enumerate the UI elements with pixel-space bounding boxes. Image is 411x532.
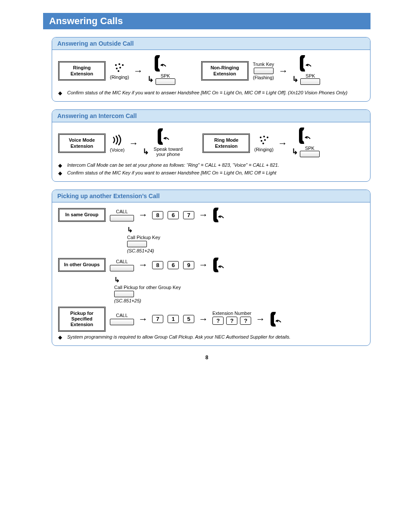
- sc24-label: (SC.851+24): [127, 248, 154, 253]
- section-intercom-header: Answering an Intercom Call: [52, 110, 370, 122]
- voice-mode-box: Voice Mode Extension: [58, 134, 106, 152]
- svg-point-4: [119, 67, 121, 68]
- ringing-label: (Ringing): [110, 75, 129, 80]
- page-number: 8: [43, 355, 371, 361]
- handset-icon: [212, 257, 225, 273]
- trunk-key-button[interactable]: [254, 68, 274, 74]
- digit-key[interactable]: 6: [168, 211, 179, 219]
- arrow-icon: [138, 259, 148, 271]
- arrow-icon: [199, 209, 208, 221]
- svg-point-11: [267, 137, 268, 138]
- svg-point-13: [264, 139, 266, 141]
- handset-icon: [270, 311, 283, 327]
- digit-key[interactable]: 1: [168, 315, 179, 323]
- handset-icon: [157, 128, 171, 146]
- intercom-notes: ◆Intercom Call Mode can be set at your p…: [58, 162, 364, 176]
- arrow-icon: [138, 314, 148, 325]
- spk-button[interactable]: [156, 78, 175, 85]
- ring-mode-box: Ring Mode Extension: [202, 134, 250, 152]
- ext-num-label: Extension Number: [212, 311, 252, 316]
- section-outside: Answering an Outside Call Ringing Extens…: [52, 37, 371, 102]
- intercom-note-1: Intercom Call Mode can be set at your ph…: [67, 162, 279, 168]
- other-groups-box: In other Groups: [58, 258, 106, 271]
- arrow-icon: [129, 138, 138, 149]
- digit-key[interactable]: ?: [240, 317, 251, 325]
- intercom-note-2: Confirm status of the MIC Key if you wan…: [67, 170, 276, 176]
- sc25-label: (SC.851+25): [114, 298, 141, 303]
- page-title: Answering Calls: [43, 13, 371, 29]
- outside-notes: ◆Confirm status of the MIC Key if you wa…: [58, 90, 364, 96]
- handset-icon: [212, 207, 225, 223]
- spk-label-1: SPK: [161, 73, 170, 78]
- speaker-icon: [113, 62, 125, 74]
- call-label-3: CALL: [116, 313, 128, 318]
- speak-label: Speak toward your phone: [151, 146, 185, 157]
- ringing-label-2: (Ringing): [254, 147, 274, 152]
- digit-key[interactable]: 6: [168, 261, 179, 269]
- spk-button[interactable]: [300, 78, 320, 85]
- call-pickup-other-label: Call Pickup for other Group Key: [114, 285, 181, 290]
- pickup-note-1: System programming is required to allow …: [67, 334, 290, 340]
- svg-point-3: [116, 68, 118, 69]
- call-button[interactable]: [110, 319, 134, 325]
- digit-key[interactable]: 5: [183, 315, 194, 323]
- spk-label-2: SPK: [305, 73, 315, 78]
- pickup-notes: ◆System programming is required to allow…: [58, 334, 364, 340]
- soundwave-icon: [112, 134, 123, 146]
- svg-point-0: [115, 64, 117, 66]
- call-pickup-key-label: Call Pickup Key: [127, 235, 160, 240]
- svg-point-12: [261, 140, 262, 142]
- digit-key[interactable]: 8: [152, 261, 163, 269]
- spk-label-3: SPK: [305, 146, 314, 151]
- trunk-key-label: Trunk Key: [253, 62, 274, 67]
- digit-key[interactable]: 7: [152, 315, 163, 323]
- ringing-extension-box: Ringing Extension: [58, 61, 106, 80]
- call-button[interactable]: [110, 265, 134, 271]
- svg-point-9: [260, 137, 262, 138]
- arrow-icon: [134, 65, 143, 77]
- arrow-icon: [256, 314, 265, 325]
- arrow-icon: [199, 314, 208, 325]
- speaker-icon: [258, 135, 270, 146]
- digit-key[interactable]: ?: [226, 317, 237, 325]
- svg-point-1: [118, 63, 120, 65]
- svg-point-2: [122, 64, 124, 66]
- call-pickup-other-button[interactable]: [114, 291, 134, 297]
- section-outside-header: Answering an Outside Call: [52, 37, 370, 50]
- handset-icon: [299, 54, 314, 72]
- call-button[interactable]: [110, 215, 134, 221]
- spk-button[interactable]: [300, 151, 320, 157]
- voice-label: (Voice): [110, 147, 125, 152]
- call-pickup-key-button[interactable]: [127, 241, 147, 247]
- svg-point-10: [263, 136, 265, 137]
- handset-icon: [298, 127, 313, 145]
- arrow-icon: [278, 65, 288, 77]
- digit-key[interactable]: 8: [152, 211, 163, 219]
- section-pickup-header: Picking up another Extension’s Call: [52, 190, 370, 202]
- arrow-icon: [199, 259, 208, 271]
- digit-key[interactable]: ?: [212, 317, 224, 325]
- call-label-1: CALL: [116, 209, 128, 214]
- same-group-box: In same Group: [58, 208, 106, 221]
- section-pickup: Picking up another Extension’s Call In s…: [52, 190, 371, 346]
- svg-point-5: [118, 70, 119, 72]
- digit-key[interactable]: 9: [183, 261, 194, 269]
- nonringing-extension-box: Non-Ringing Extension: [201, 61, 249, 80]
- arrow-icon: [278, 138, 287, 149]
- section-intercom: Answering an Intercom Call Voice Mode Ex…: [52, 109, 371, 182]
- handset-icon: [154, 54, 168, 72]
- digit-key[interactable]: 7: [183, 211, 194, 219]
- call-label-2: CALL: [116, 259, 128, 264]
- svg-point-14: [262, 143, 264, 144]
- specified-ext-box: Pickup for Specified Extension: [58, 307, 106, 332]
- arrow-icon: [138, 209, 148, 221]
- outside-note-1: Confirm status of the MIC Key if you wan…: [67, 90, 347, 96]
- flashing-label: (Flashing): [253, 75, 274, 80]
